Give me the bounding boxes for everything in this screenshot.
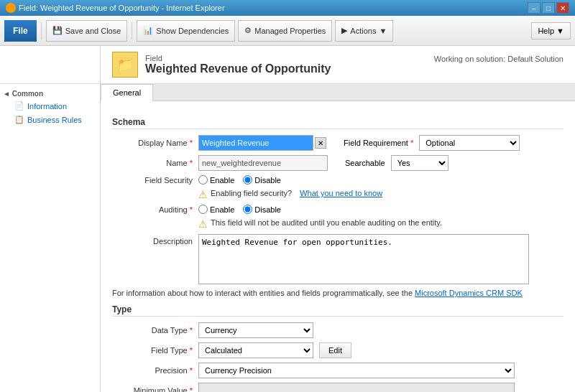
name-control: Searchable Yes No <box>198 155 564 171</box>
auditing-label: Auditing * <box>112 205 198 214</box>
display-name-clear-button[interactable]: ✕ <box>315 137 326 149</box>
page-header: 📁 Field Weighted Revenue of Opportunity … <box>0 46 575 84</box>
auditing-warning: ⚠ This field will not be audited until y… <box>198 218 564 230</box>
save-icon: 💾 <box>52 26 63 35</box>
close-button[interactable]: ✕ <box>556 2 569 14</box>
precision-row: Precision * Currency Precision 1 2 3 4 <box>112 363 564 378</box>
min-value-input[interactable]: -922,337,203,685,477.0000 <box>198 383 515 392</box>
display-name-input[interactable] <box>198 135 313 151</box>
description-row: Description Weighted Revenue for open op… <box>112 234 564 284</box>
sidebar-header-area <box>0 46 101 83</box>
actions-button[interactable]: ▶ Actions ▼ <box>335 20 393 42</box>
information-icon: 📄 <box>14 101 24 111</box>
app-icon <box>6 3 16 13</box>
field-type-label: Field Type * <box>112 346 198 355</box>
sidebar-item-business-rules[interactable]: 📋 Business Rules <box>0 113 100 126</box>
field-security-row: Field Security Enable Disable <box>112 175 564 185</box>
required-star: * <box>190 139 193 147</box>
name-label: Name * <box>112 159 198 167</box>
auditing-control: Enable Disable <box>198 205 564 214</box>
data-type-row: Data Type * Currency Decimal Float Integ… <box>112 322 564 338</box>
field-security-disable-option[interactable]: Disable <box>243 175 281 185</box>
name-input[interactable] <box>198 155 328 171</box>
display-name-label: Display Name * <box>112 139 198 147</box>
title-bar-left: Field: Weighted Revenue of Opportunity -… <box>6 3 225 13</box>
field-security-enable-radio[interactable] <box>198 175 208 185</box>
auditing-enable-option[interactable]: Enable <box>198 205 234 214</box>
save-close-button[interactable]: 💾 Save and Close <box>46 20 128 42</box>
field-type-select[interactable]: Simple Calculated Rollup <box>198 342 313 358</box>
field-type-label: Field <box>145 54 331 62</box>
common-section: ◄ Common <box>0 88 100 99</box>
min-value-label: Minimum Value * <box>112 386 198 392</box>
content-area: General Schema Display Name * ✕ Field Re… <box>101 84 575 392</box>
main-area: ◄ Common 📄 Information 📋 Business Rules … <box>0 84 575 392</box>
min-value-control: -922,337,203,685,477.0000 <box>198 383 564 392</box>
window-title: Field: Weighted Revenue of Opportunity -… <box>19 4 225 12</box>
precision-label: Precision * <box>112 366 198 375</box>
show-dependencies-button[interactable]: 📊 Show Dependencies <box>137 20 235 42</box>
auditing-enable-radio[interactable] <box>198 205 208 214</box>
sidebar-item-information[interactable]: 📄 Information <box>0 99 100 113</box>
name-row: Name * Searchable Yes No <box>112 155 564 171</box>
type-section-title: Type <box>112 304 564 317</box>
properties-icon: ⚙ <box>244 26 252 35</box>
auditing-disable-option[interactable]: Disable <box>243 205 281 214</box>
field-security-control: Enable Disable <box>198 175 564 185</box>
searchable-label: Searchable <box>345 159 385 167</box>
description-control: Weighted Revenue for open opportunities. <box>198 234 564 284</box>
auditing-warning-icon: ⚠ <box>198 218 208 230</box>
display-name-row: Display Name * ✕ Field Requirement * Opt… <box>112 135 564 151</box>
title-bar: Field: Weighted Revenue of Opportunity -… <box>0 0 575 16</box>
field-requirement-select-wrapper: Optional Required Recommended <box>419 135 520 151</box>
dependencies-icon: 📊 <box>143 26 153 35</box>
auditing-row: Auditing * Enable Disable <box>112 205 564 214</box>
data-type-label: Data Type * <box>112 326 198 335</box>
field-requirement-label: Field Requirement * <box>344 139 413 147</box>
field-icon: 📁 <box>112 52 138 78</box>
description-textarea[interactable]: Weighted Revenue for open opportunities. <box>198 234 529 284</box>
toolbar-divider-2 <box>132 22 132 39</box>
window-controls[interactable]: – □ ✕ <box>528 2 569 14</box>
precision-select[interactable]: Currency Precision 1 2 3 4 <box>198 363 515 378</box>
page-title-left: 📁 Field Weighted Revenue of Opportunity <box>112 52 331 78</box>
business-rules-icon: 📋 <box>14 115 24 124</box>
field-requirement-select[interactable]: Optional Required Recommended <box>419 135 520 151</box>
precision-control: Currency Precision 1 2 3 4 <box>198 363 564 378</box>
help-button[interactable]: Help ▼ <box>531 22 571 39</box>
field-type-control: Simple Calculated Rollup Edit <box>198 342 564 358</box>
file-button[interactable]: File <box>4 20 37 42</box>
sidebar: ◄ Common 📄 Information 📋 Business Rules <box>0 84 101 392</box>
page-title-content: Field Weighted Revenue of Opportunity <box>145 54 331 75</box>
auditing-radio-group: Enable Disable <box>198 205 281 214</box>
what-you-need-link[interactable]: What you need to know <box>300 189 382 197</box>
field-type-row: Field Type * Simple Calculated Rollup Ed… <box>112 342 564 358</box>
data-type-select[interactable]: Currency Decimal Float Integer <box>198 322 313 338</box>
page-title-area: 📁 Field Weighted Revenue of Opportunity … <box>101 46 575 83</box>
maximize-button[interactable]: □ <box>542 2 555 14</box>
searchable-select-wrapper: Yes No <box>391 155 448 171</box>
tab-bar: General <box>101 84 575 101</box>
sdk-link[interactable]: Microsoft Dynamics CRM SDK <box>415 289 523 297</box>
managed-properties-button[interactable]: ⚙ Managed Properties <box>238 20 332 42</box>
page-title: Weighted Revenue of Opportunity <box>145 62 331 75</box>
schema-section-title: Schema <box>112 117 564 129</box>
searchable-select[interactable]: Yes No <box>391 155 448 171</box>
min-value-row: Minimum Value * -922,337,203,685,477.000… <box>112 383 564 392</box>
tab-general[interactable]: General <box>101 84 153 101</box>
minimize-button[interactable]: – <box>528 2 540 14</box>
form-content: Schema Display Name * ✕ Field Requiremen… <box>101 101 575 392</box>
toolbar: File 💾 Save and Close 📊 Show Dependencie… <box>0 16 575 46</box>
field-security-enable-option[interactable]: Enable <box>198 175 234 185</box>
toolbar-divider-1 <box>41 22 42 39</box>
edit-button[interactable]: Edit <box>319 342 351 358</box>
field-security-radio-group: Enable Disable <box>198 175 281 185</box>
field-security-disable-radio[interactable] <box>243 175 252 185</box>
display-name-control: ✕ Field Requirement * Optional Required … <box>198 135 564 151</box>
field-security-warning: ⚠ Enabling field security? What you need… <box>198 189 564 200</box>
warning-icon: ⚠ <box>198 189 208 200</box>
display-name-input-wrapper: ✕ <box>198 135 326 151</box>
working-on-label: Working on solution: Default Solution <box>434 52 564 63</box>
sdk-info-row: For information about how to interact wi… <box>112 289 564 297</box>
auditing-disable-radio[interactable] <box>243 205 252 214</box>
